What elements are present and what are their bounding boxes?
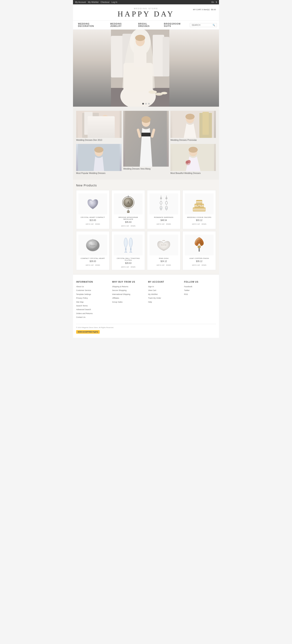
details-7[interactable]: details — [166, 264, 171, 266]
add-to-cart-5[interactable]: add to cart — [86, 264, 94, 266]
my-wishlist-link[interactable]: My Wishlist — [88, 1, 99, 3]
footer-affiliates[interactable]: Affiliates — [112, 296, 144, 300]
svg-rect-3 — [153, 35, 164, 76]
details-4[interactable]: details — [202, 223, 206, 225]
my-account-link[interactable]: My Account — [75, 1, 86, 3]
product-name-4: WEDDING COOKIE FAVORS — [185, 216, 214, 218]
new-products-section: New Products — [73, 180, 219, 274]
nav-wedding-decoration[interactable]: WEDDING DECORATION — [75, 20, 107, 29]
footer-rss[interactable]: RSS — [184, 293, 216, 296]
details-6[interactable]: details — [130, 266, 135, 268]
add-to-cart-3[interactable]: add to cart — [157, 223, 165, 225]
details-1[interactable]: details — [95, 223, 100, 225]
gallery-item-beautiful[interactable]: Most Beautiful Wedding Dresses — [170, 144, 216, 175]
footer-help[interactable]: Help — [148, 300, 180, 304]
footer-sign-in[interactable]: Sign In — [148, 285, 180, 288]
hero-bride-image — [111, 30, 169, 107]
add-to-cart-6[interactable]: add to cart — [121, 266, 129, 268]
cart-summary[interactable]: MY CART: 0 item(s) - $0.00 — [193, 8, 216, 10]
svg-text:S: S — [201, 204, 202, 206]
search-icon[interactable]: 🔍 — [213, 24, 215, 26]
svg-point-23 — [141, 116, 151, 123]
hero-dots — [142, 103, 150, 104]
add-to-cart-1[interactable]: add to cart — [86, 223, 94, 225]
gallery-caption-1: Wedding Dresses Dior 2013 — [76, 138, 122, 142]
svg-point-53 — [160, 208, 162, 209]
footer-group-sales[interactable]: Group Sales — [112, 300, 144, 304]
footer-contact-us[interactable]: Contact Us — [76, 316, 108, 319]
currency-selector[interactable]: $ — [216, 1, 217, 3]
product-price-3: $48.54 — [149, 219, 178, 222]
footer-twitter[interactable]: Twitter — [184, 289, 216, 292]
product-card-3: ROMANCE EARRINGS $48.54 add to cart deta… — [147, 190, 180, 229]
add-to-cart-2[interactable]: add to cart — [121, 225, 129, 227]
login-link[interactable]: Log In — [112, 1, 117, 3]
gallery-thumb-center — [123, 111, 169, 166]
footer-my-wishlist[interactable]: My Wishlist — [148, 293, 180, 296]
add-to-cart-4[interactable]: add to cart — [192, 223, 200, 225]
svg-point-74 — [130, 248, 131, 250]
product-price-8: $39.12 — [185, 260, 214, 262]
add-to-cart-8[interactable]: add to cart — [192, 264, 200, 266]
footer-privacy-policy[interactable]: Privacy Policy — [76, 296, 108, 300]
gallery-item-1[interactable]: Wedding Dresses Dior 2013 — [76, 111, 122, 142]
nav-bridal-dresses[interactable]: BRIDAL DRESSES — [135, 20, 161, 29]
footer-advanced-search[interactable]: Advanced Search — [76, 308, 108, 311]
footer-about-us[interactable]: About Us — [76, 285, 108, 288]
svg-point-18 — [101, 115, 109, 123]
footer-facebook[interactable]: Facebook — [184, 285, 216, 288]
footer-template-settings[interactable]: Template Settings — [76, 293, 108, 296]
product-actions-3: add to cart details — [149, 223, 178, 225]
footer-information: INFORMATION About Us Customer Service Te… — [76, 281, 108, 320]
footer-customer-service[interactable]: Customer Service — [76, 289, 108, 292]
nav-bridegroom-suits[interactable]: BRIDEGROOM SUITS — [161, 20, 190, 29]
product-price-4: $33.12 — [185, 219, 214, 222]
gallery-item-pronovias[interactable]: Wedding Dresses Pronovias — [170, 111, 216, 142]
footer-follow-us-title: FOLLOW US — [184, 281, 216, 283]
search-box[interactable]: 🔍 — [190, 23, 217, 27]
footer-grid: INFORMATION About Us Customer Service Te… — [76, 281, 216, 320]
details-5[interactable]: details — [95, 264, 100, 266]
product-card-8: LEAF COPPER-FINISH $39.12 add to cart de… — [183, 231, 216, 270]
site-footer: INFORMATION About Us Customer Service Te… — [73, 274, 219, 338]
product-price-7: $24.12 — [149, 260, 178, 262]
footer-search-terms[interactable]: Search Terms — [76, 304, 108, 307]
footer-track-order[interactable]: Track My Order — [148, 296, 180, 300]
gallery-caption-popular: Most Popular Wedding Dresses — [76, 171, 122, 175]
language-selector[interactable]: En — [212, 1, 214, 3]
svg-point-30 — [185, 114, 195, 120]
hero-banner — [73, 30, 219, 107]
svg-rect-4 — [163, 37, 169, 76]
search-input[interactable] — [192, 24, 213, 26]
add-to-cart-7[interactable]: add to cart — [157, 264, 165, 266]
gallery-grid: Wedding Dresses Dior 2013 — [76, 111, 216, 175]
footer-view-cart[interactable]: View Cart — [148, 289, 180, 292]
gallery-caption-vera-wang: Wedding Dresses Vera Wang — [123, 166, 169, 171]
paypal-button[interactable]: NOW ACCEPTING PayPal — [76, 330, 100, 334]
product-actions-2: add to cart details — [114, 225, 143, 227]
gallery-item-popular[interactable]: Most Popular Wedding Dresses — [76, 144, 122, 175]
details-2[interactable]: details — [130, 225, 135, 227]
svg-point-12 — [149, 90, 157, 94]
footer-orders-returns[interactable]: Orders and Returns — [76, 312, 108, 315]
hero-dot-3[interactable] — [148, 103, 150, 104]
svg-point-73 — [125, 248, 126, 250]
details-8[interactable]: details — [202, 264, 206, 266]
nav-wedding-jewelry[interactable]: WEDDING JEWELRY — [107, 20, 135, 29]
gallery-item-vera-wang[interactable]: Wedding Dresses Vera Wang — [123, 111, 169, 175]
product-actions-1: add to cart details — [78, 223, 107, 225]
svg-rect-1 — [111, 36, 123, 78]
footer-secure-shopping[interactable]: Secure Shopping — [112, 289, 144, 292]
product-image-2: A — [114, 194, 143, 214]
footer-intl-shipping[interactable]: International Shipping — [112, 293, 144, 296]
hero-dot-2[interactable] — [145, 103, 147, 104]
store-title: HAPPY DAY — [75, 10, 217, 18]
footer-shipping-returns[interactable]: Shipping & Returns — [112, 285, 144, 288]
details-3[interactable]: details — [166, 223, 171, 225]
product-price-6: $28.63 — [114, 262, 143, 264]
product-card-7: Me & Mrs RING DISH $24.12 add to cart de… — [147, 231, 180, 270]
hero-dot-1[interactable] — [142, 103, 144, 104]
footer-site-map[interactable]: Site Map — [76, 300, 108, 304]
svg-point-47 — [127, 210, 129, 213]
checkout-link[interactable]: Checkout — [100, 1, 109, 3]
